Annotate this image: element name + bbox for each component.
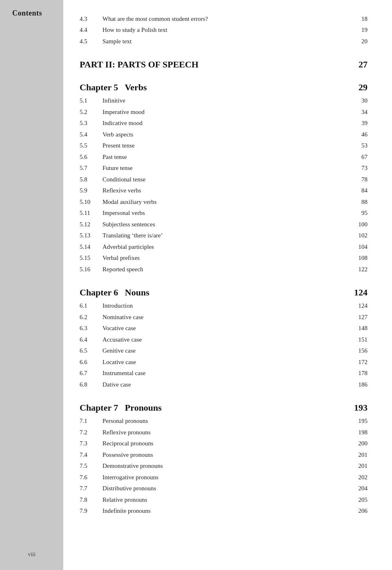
toc-num: 7.7 — [80, 484, 95, 493]
toc-num: 5.13 — [80, 231, 95, 240]
toc-item: 4.4 How to study a Polish text 19 — [80, 25, 368, 36]
toc-title: Indicative mood — [102, 118, 143, 128]
toc-page: 67 — [353, 152, 368, 162]
toc-num: 7.5 — [80, 461, 95, 471]
toc-page: 198 — [353, 428, 368, 437]
toc-title: What are the most common student errors? — [102, 14, 208, 24]
toc-title: Reciprocal pronouns — [102, 439, 154, 448]
toc-item: 6.8 Dative case 186 — [80, 379, 368, 390]
toc-item: 5.10 Modal auxiliary verbs 88 — [80, 196, 368, 208]
toc-num: 4.5 — [80, 37, 95, 46]
toc-item: 5.12 Subjectless sentences 100 — [80, 219, 368, 230]
chapter6-page: 124 — [354, 287, 368, 298]
toc-title: Sample text — [102, 37, 131, 46]
chapter5-heading: Chapter 5 Verbs — [80, 82, 147, 93]
toc-page: 202 — [353, 473, 368, 482]
toc-page: 88 — [353, 197, 368, 207]
chapter6-items: 6.1 Introduction 124 6.2 Nominative case… — [80, 300, 368, 390]
toc-item: 5.16 Reported speech 122 — [80, 264, 368, 275]
toc-page: 201 — [353, 450, 368, 460]
toc-num: 5.8 — [80, 175, 95, 184]
toc-title: Vocative case — [102, 324, 136, 333]
part2-page: 27 — [359, 59, 368, 70]
toc-item: 7.2 Reflexive pronouns 198 — [80, 427, 368, 438]
toc-item: 7.9 Indefinite pronouns 206 — [80, 505, 368, 517]
toc-page: 104 — [353, 242, 368, 252]
toc-num: 5.1 — [80, 96, 95, 105]
toc-item: 6.7 Instrumental case 178 — [80, 368, 368, 379]
toc-item: 7.4 Possessive pronouns 201 — [80, 449, 368, 460]
toc-num: 7.1 — [80, 416, 95, 426]
toc-num: 7.9 — [80, 506, 95, 516]
toc-title: Personal pronouns — [102, 416, 148, 426]
toc-page: 205 — [353, 495, 368, 505]
toc-num: 5.3 — [80, 118, 95, 128]
chapter7-subject: Pronouns — [125, 402, 162, 413]
toc-item: 5.9 Reflexive verbs 84 — [80, 185, 368, 197]
toc-item: 5.15 Verbal prefixes 108 — [80, 253, 368, 264]
toc-title: Genitive case — [102, 346, 136, 355]
toc-page: 100 — [353, 220, 368, 229]
toc-item: 7.6 Interrogative pronouns 202 — [80, 472, 368, 483]
toc-title: Adverbial participles — [102, 242, 154, 252]
toc-num: 6.2 — [80, 313, 95, 322]
chapter7-row: Chapter 7 Pronouns 193 — [80, 402, 368, 413]
toc-page: 34 — [353, 107, 368, 117]
toc-page: 46 — [353, 130, 368, 139]
toc-page: 53 — [353, 141, 368, 150]
toc-page: 200 — [353, 439, 368, 448]
toc-item: 5.7 Future tense 73 — [80, 163, 368, 174]
toc-item: 4.3 What are the most common student err… — [80, 13, 368, 25]
toc-num: 4.3 — [80, 14, 95, 24]
toc-title: How to study a Polish text — [102, 25, 167, 35]
toc-num: 5.14 — [80, 242, 95, 252]
toc-title: Infinitive — [102, 96, 125, 105]
toc-title: Translating ‘there is/are’ — [102, 231, 163, 240]
toc-page: 20 — [353, 37, 368, 46]
toc-title: Dative case — [102, 380, 131, 389]
chapter5-title: Chapter 5 — [80, 82, 118, 92]
toc-num: 5.11 — [80, 208, 95, 218]
toc-page: 204 — [353, 484, 368, 493]
toc-num: 5.5 — [80, 141, 95, 150]
toc-num: 6.5 — [80, 346, 95, 355]
chapter5-page: 29 — [359, 82, 368, 93]
chapter7-heading: Chapter 7 Pronouns — [80, 402, 162, 413]
toc-page: 148 — [353, 324, 368, 333]
chapter5-items: 5.1 Infinitive 30 5.2 Imperative mood 34… — [80, 95, 368, 275]
toc-num: 7.8 — [80, 495, 95, 505]
toc-item: 6.4 Accusative case 151 — [80, 334, 368, 345]
sidebar-page-number: viii — [28, 551, 36, 558]
toc-item: 6.6 Locative case 172 — [80, 356, 368, 368]
sidebar: Contents viii — [0, 0, 63, 570]
toc-title: Future tense — [102, 163, 133, 173]
toc-page: 84 — [353, 186, 368, 195]
toc-num: 7.3 — [80, 439, 95, 448]
toc-page: 186 — [353, 380, 368, 389]
chapter6-subject: Nouns — [125, 287, 149, 297]
toc-item: 5.4 Verb aspects 46 — [80, 129, 368, 140]
toc-item: 7.1 Personal pronouns 195 — [80, 416, 368, 427]
toc-page: 78 — [353, 175, 368, 184]
toc-title: Reported speech — [102, 265, 143, 274]
toc-item: 5.2 Imperative mood 34 — [80, 106, 368, 118]
toc-title: Accusative case — [102, 335, 142, 344]
toc-item: 5.6 Past tense 67 — [80, 151, 368, 163]
toc-title: Nominative case — [102, 313, 143, 322]
part2-title: PART II: PARTS OF SPEECH — [80, 59, 198, 70]
toc-page: 19 — [353, 25, 368, 35]
toc-num: 4.4 — [80, 25, 95, 35]
toc-title: Introduction — [102, 301, 133, 311]
toc-title: Relative pronouns — [102, 495, 147, 505]
toc-page: 73 — [353, 163, 368, 173]
toc-item: 7.8 Relative pronouns 205 — [80, 494, 368, 505]
toc-page: 156 — [353, 346, 368, 355]
toc-title: Conditional tense — [102, 175, 145, 184]
toc-num: 7.2 — [80, 428, 95, 437]
toc-item: 6.3 Vocative case 148 — [80, 323, 368, 334]
toc-page: 39 — [353, 118, 368, 128]
chapter5-row: Chapter 5 Verbs 29 — [80, 82, 368, 93]
toc-num: 6.8 — [80, 380, 95, 389]
toc-item: 5.8 Conditional tense 78 — [80, 174, 368, 185]
toc-item: 6.2 Nominative case 127 — [80, 311, 368, 323]
